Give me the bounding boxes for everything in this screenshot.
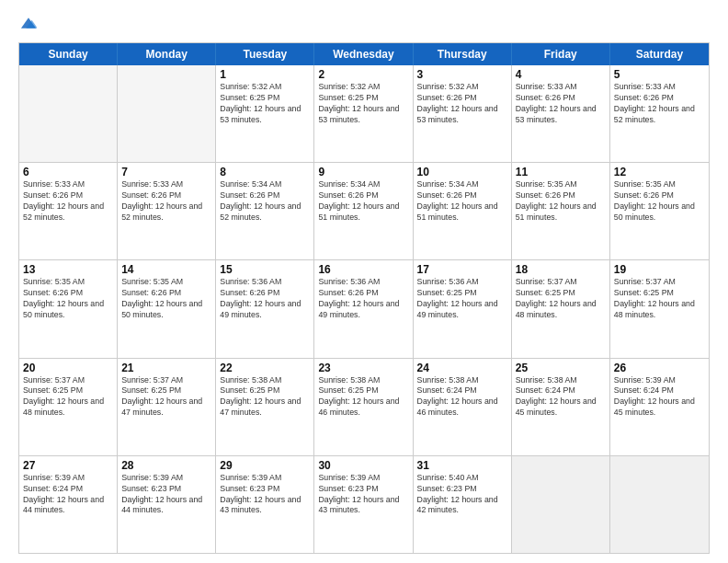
calendar-cell: 19Sunrise: 5:37 AM Sunset: 6:25 PM Dayli…: [610, 260, 709, 357]
cell-info: Sunrise: 5:33 AM Sunset: 6:26 PM Dayligh…: [516, 82, 606, 126]
day-number: 19: [614, 263, 705, 276]
calendar-row-4: 20Sunrise: 5:37 AM Sunset: 6:25 PM Dayli…: [19, 358, 709, 455]
cell-info: Sunrise: 5:37 AM Sunset: 6:25 PM Dayligh…: [516, 277, 606, 321]
calendar-cell: 26Sunrise: 5:39 AM Sunset: 6:24 PM Dayli…: [610, 359, 709, 455]
day-number: 29: [220, 459, 310, 472]
day-number: 5: [614, 68, 705, 81]
day-number: 21: [121, 362, 211, 374]
calendar-cell: 7Sunrise: 5:33 AM Sunset: 6:26 PM Daylig…: [118, 163, 216, 259]
cell-info: Sunrise: 5:38 AM Sunset: 6:24 PM Dayligh…: [516, 375, 606, 419]
cell-info: Sunrise: 5:39 AM Sunset: 6:23 PM Dayligh…: [318, 473, 408, 517]
day-number: 23: [318, 362, 408, 374]
calendar-cell: 24Sunrise: 5:38 AM Sunset: 6:24 PM Dayli…: [414, 359, 512, 455]
calendar-cell: 10Sunrise: 5:34 AM Sunset: 6:26 PM Dayli…: [414, 163, 512, 259]
calendar-cell: 6Sunrise: 5:33 AM Sunset: 6:26 PM Daylig…: [19, 163, 118, 259]
calendar-row-5: 27Sunrise: 5:39 AM Sunset: 6:24 PM Dayli…: [19, 455, 709, 553]
cell-info: Sunrise: 5:38 AM Sunset: 6:24 PM Dayligh…: [417, 375, 507, 419]
day-number: 28: [121, 459, 211, 472]
day-number: 27: [23, 459, 113, 472]
day-number: 1: [220, 68, 310, 81]
calendar-cell: [610, 456, 709, 553]
cell-info: Sunrise: 5:37 AM Sunset: 6:25 PM Dayligh…: [23, 375, 113, 419]
calendar-cell: 30Sunrise: 5:39 AM Sunset: 6:23 PM Dayli…: [314, 456, 413, 553]
day-number: 24: [417, 362, 507, 374]
page: SundayMondayTuesdayWednesdayThursdayFrid…: [0, 0, 728, 563]
cell-info: Sunrise: 5:32 AM Sunset: 6:25 PM Dayligh…: [318, 82, 408, 126]
cell-info: Sunrise: 5:33 AM Sunset: 6:26 PM Dayligh…: [614, 82, 705, 126]
calendar-cell: 2Sunrise: 5:32 AM Sunset: 6:25 PM Daylig…: [314, 65, 413, 162]
cell-info: Sunrise: 5:37 AM Sunset: 6:25 PM Dayligh…: [121, 375, 211, 419]
cell-info: Sunrise: 5:39 AM Sunset: 6:23 PM Dayligh…: [220, 473, 310, 517]
day-number: 4: [516, 68, 606, 81]
day-number: 8: [220, 166, 310, 178]
cell-info: Sunrise: 5:34 AM Sunset: 6:26 PM Dayligh…: [417, 179, 507, 224]
day-number: 30: [318, 459, 408, 472]
calendar-row-1: 1Sunrise: 5:32 AM Sunset: 6:25 PM Daylig…: [19, 65, 709, 162]
day-number: 12: [614, 166, 705, 178]
cell-info: Sunrise: 5:36 AM Sunset: 6:26 PM Dayligh…: [220, 277, 310, 321]
header: [18, 15, 710, 35]
calendar-cell: 21Sunrise: 5:37 AM Sunset: 6:25 PM Dayli…: [118, 359, 216, 455]
calendar-cell: 16Sunrise: 5:36 AM Sunset: 6:26 PM Dayli…: [314, 260, 413, 357]
day-number: 14: [121, 263, 211, 276]
calendar-cell: 9Sunrise: 5:34 AM Sunset: 6:26 PM Daylig…: [314, 163, 413, 259]
day-number: 17: [417, 263, 507, 276]
calendar-cell: 28Sunrise: 5:39 AM Sunset: 6:23 PM Dayli…: [118, 456, 216, 553]
calendar-row-2: 6Sunrise: 5:33 AM Sunset: 6:26 PM Daylig…: [19, 162, 709, 259]
cell-info: Sunrise: 5:35 AM Sunset: 6:26 PM Dayligh…: [614, 179, 705, 224]
calendar-cell: 14Sunrise: 5:35 AM Sunset: 6:26 PM Dayli…: [118, 260, 216, 357]
cell-info: Sunrise: 5:34 AM Sunset: 6:26 PM Dayligh…: [318, 179, 408, 224]
cell-info: Sunrise: 5:33 AM Sunset: 6:26 PM Dayligh…: [23, 179, 113, 224]
header-day-monday: Monday: [118, 43, 216, 65]
day-number: 2: [318, 68, 408, 81]
calendar-cell: 8Sunrise: 5:34 AM Sunset: 6:26 PM Daylig…: [216, 163, 314, 259]
calendar-body: 1Sunrise: 5:32 AM Sunset: 6:25 PM Daylig…: [19, 65, 709, 553]
cell-info: Sunrise: 5:39 AM Sunset: 6:24 PM Dayligh…: [614, 375, 705, 419]
day-number: 7: [121, 166, 211, 178]
calendar-cell: 13Sunrise: 5:35 AM Sunset: 6:26 PM Dayli…: [19, 260, 118, 357]
cell-info: Sunrise: 5:40 AM Sunset: 6:23 PM Dayligh…: [417, 473, 507, 517]
calendar-cell: 22Sunrise: 5:38 AM Sunset: 6:25 PM Dayli…: [216, 359, 314, 455]
day-number: 20: [23, 362, 113, 374]
cell-info: Sunrise: 5:36 AM Sunset: 6:25 PM Dayligh…: [417, 277, 507, 321]
calendar-cell: 12Sunrise: 5:35 AM Sunset: 6:26 PM Dayli…: [610, 163, 709, 259]
calendar-cell: [19, 65, 118, 162]
day-number: 31: [417, 459, 507, 472]
calendar-cell: 31Sunrise: 5:40 AM Sunset: 6:23 PM Dayli…: [414, 456, 512, 553]
header-day-tuesday: Tuesday: [216, 43, 314, 65]
calendar-cell: 25Sunrise: 5:38 AM Sunset: 6:24 PM Dayli…: [512, 359, 610, 455]
calendar-cell: 4Sunrise: 5:33 AM Sunset: 6:26 PM Daylig…: [512, 65, 610, 162]
cell-info: Sunrise: 5:33 AM Sunset: 6:26 PM Dayligh…: [121, 179, 211, 224]
calendar-cell: 1Sunrise: 5:32 AM Sunset: 6:25 PM Daylig…: [216, 65, 314, 162]
cell-info: Sunrise: 5:32 AM Sunset: 6:26 PM Dayligh…: [417, 82, 507, 126]
day-number: 13: [23, 263, 113, 276]
calendar-row-3: 13Sunrise: 5:35 AM Sunset: 6:26 PM Dayli…: [19, 259, 709, 357]
cell-info: Sunrise: 5:34 AM Sunset: 6:26 PM Dayligh…: [220, 179, 310, 224]
calendar-cell: 3Sunrise: 5:32 AM Sunset: 6:26 PM Daylig…: [414, 65, 512, 162]
header-day-thursday: Thursday: [414, 43, 512, 65]
cell-info: Sunrise: 5:37 AM Sunset: 6:25 PM Dayligh…: [614, 277, 705, 321]
day-number: 26: [614, 362, 705, 374]
calendar-cell: 5Sunrise: 5:33 AM Sunset: 6:26 PM Daylig…: [610, 65, 709, 162]
day-number: 25: [516, 362, 606, 374]
cell-info: Sunrise: 5:35 AM Sunset: 6:26 PM Dayligh…: [516, 179, 606, 224]
calendar-cell: 20Sunrise: 5:37 AM Sunset: 6:25 PM Dayli…: [19, 359, 118, 455]
day-number: 22: [220, 362, 310, 374]
calendar-cell: 15Sunrise: 5:36 AM Sunset: 6:26 PM Dayli…: [216, 260, 314, 357]
cell-info: Sunrise: 5:38 AM Sunset: 6:25 PM Dayligh…: [318, 375, 408, 419]
calendar-cell: 18Sunrise: 5:37 AM Sunset: 6:25 PM Dayli…: [512, 260, 610, 357]
cell-info: Sunrise: 5:36 AM Sunset: 6:26 PM Dayligh…: [318, 277, 408, 321]
calendar: SundayMondayTuesdayWednesdayThursdayFrid…: [18, 42, 710, 554]
cell-info: Sunrise: 5:39 AM Sunset: 6:24 PM Dayligh…: [23, 473, 113, 517]
header-day-sunday: Sunday: [19, 43, 118, 65]
day-number: 16: [318, 263, 408, 276]
cell-info: Sunrise: 5:32 AM Sunset: 6:25 PM Dayligh…: [220, 82, 310, 126]
calendar-cell: 17Sunrise: 5:36 AM Sunset: 6:25 PM Dayli…: [414, 260, 512, 357]
header-day-friday: Friday: [512, 43, 610, 65]
day-number: 3: [417, 68, 507, 81]
calendar-header: SundayMondayTuesdayWednesdayThursdayFrid…: [19, 43, 709, 65]
calendar-cell: 23Sunrise: 5:38 AM Sunset: 6:25 PM Dayli…: [314, 359, 413, 455]
cell-info: Sunrise: 5:38 AM Sunset: 6:25 PM Dayligh…: [220, 375, 310, 419]
calendar-cell: 29Sunrise: 5:39 AM Sunset: 6:23 PM Dayli…: [216, 456, 314, 553]
cell-info: Sunrise: 5:39 AM Sunset: 6:23 PM Dayligh…: [121, 473, 211, 517]
